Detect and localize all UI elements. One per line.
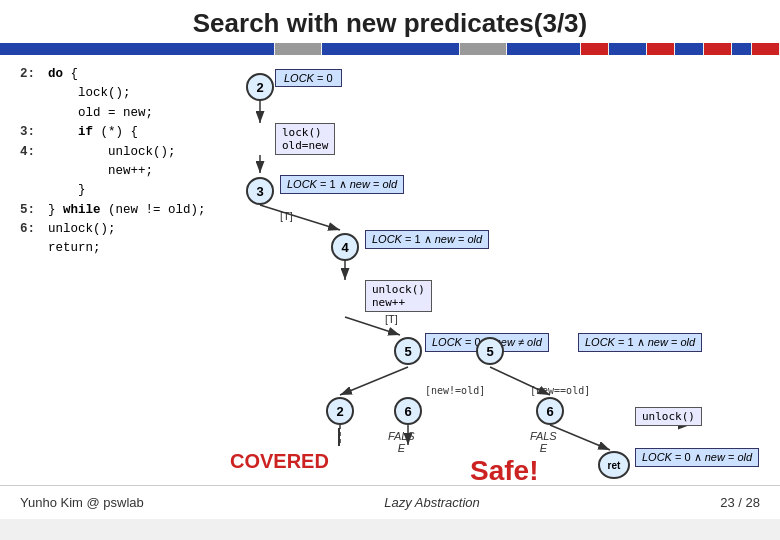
- diagram: 2 LOCK = 0 lock()old=new 3 LOCK = 1 ∧ ne…: [180, 55, 760, 485]
- deco-blue2: [322, 43, 459, 55]
- node-6a-label: 6: [404, 404, 411, 419]
- action-unlock2-text: unlock(): [642, 410, 695, 423]
- action-lock-oldnew-text: lock()old=new: [282, 126, 328, 152]
- deco-red3: [704, 43, 731, 55]
- page-title: Search with new predicates(3/3): [0, 8, 780, 39]
- node-5a-label: 5: [404, 344, 411, 359]
- pred-n3: LOCK = 1 ∧ new = old: [280, 175, 404, 194]
- node-2b: 2: [326, 397, 354, 425]
- deco-gray1: [275, 43, 321, 55]
- svg-line-6: [340, 367, 408, 395]
- action-lock-oldnew: lock()old=new: [275, 123, 335, 155]
- node-ret: ret: [598, 451, 630, 479]
- action-unlock2: unlock(): [635, 407, 702, 426]
- pred-ret: LOCK = 0 ∧ new = old: [635, 448, 759, 467]
- node-2-label: 2: [256, 80, 263, 95]
- node-6a: 6: [394, 397, 422, 425]
- deco-blue4: [609, 43, 646, 55]
- main-content: 2:do { lock(); old = new; 3: if (*) { 4:…: [0, 55, 780, 485]
- action-unlock-newpp: unlock()new++: [365, 280, 432, 312]
- deco-red2: [647, 43, 674, 55]
- covered-text: COVERED: [230, 450, 329, 473]
- dashed-line: [338, 428, 340, 446]
- node-5b-label: 5: [486, 344, 493, 359]
- node-4-label: 4: [341, 240, 348, 255]
- deco-bar: [0, 43, 780, 55]
- false-label-6b: FALSE: [530, 430, 557, 454]
- node-2: 2: [246, 73, 274, 101]
- node-5b: 5: [476, 337, 504, 365]
- node-3: 3: [246, 177, 274, 205]
- deco-blue3: [507, 43, 580, 55]
- node-ret-label: ret: [608, 460, 621, 471]
- node-6b-label: 6: [546, 404, 553, 419]
- code-block: 2:do { lock(); old = new; 3: if (*) { 4:…: [20, 65, 206, 259]
- footer: Yunho Kim @ pswlab Lazy Abstraction 23 /…: [0, 485, 780, 519]
- svg-line-10: [550, 425, 610, 450]
- edge-neweq: [new==old]: [530, 385, 590, 396]
- deco-red1: [581, 43, 608, 55]
- deco-blue6: [732, 43, 750, 55]
- pred-n5b: LOCK = 1 ∧ new = old: [578, 333, 702, 352]
- node-2b-label: 2: [336, 404, 343, 419]
- pred-n4: LOCK = 1 ∧ new = old: [365, 230, 489, 249]
- pred-n4-text: LOCK = 1 ∧ new = old: [372, 233, 482, 245]
- deco-blue: [0, 43, 274, 55]
- action-unlock-newpp-text: unlock()new++: [372, 283, 425, 309]
- node-5a: 5: [394, 337, 422, 365]
- node-3-label: 3: [256, 184, 263, 199]
- footer-author: Yunho Kim @ pswlab: [20, 495, 144, 510]
- deco-red4: [752, 43, 779, 55]
- pred-lock0-text: LOCK = 0: [284, 72, 333, 84]
- footer-title: Lazy Abstraction: [384, 495, 480, 510]
- pred-ret-text: LOCK = 0 ∧ new = old: [642, 451, 752, 463]
- pred-lock0: LOCK = 0: [275, 69, 342, 87]
- svg-line-3: [260, 205, 340, 230]
- node-4: 4: [331, 233, 359, 261]
- node-6b: 6: [536, 397, 564, 425]
- title-bar: Search with new predicates(3/3): [0, 0, 780, 43]
- deco-gray2: [460, 43, 506, 55]
- pred-n3-text: LOCK = 1 ∧ new = old: [287, 178, 397, 190]
- edge-t2: [T]: [385, 313, 398, 325]
- edge-t1: [T]: [280, 210, 293, 222]
- false-label-6a: FALSE: [388, 430, 415, 454]
- safe-text: Safe!: [470, 455, 538, 487]
- edge-newneq: [new!=old]: [425, 385, 485, 396]
- deco-blue5: [675, 43, 702, 55]
- footer-page: 23 / 28: [720, 495, 760, 510]
- pred-n5b-text: LOCK = 1 ∧ new = old: [585, 336, 695, 348]
